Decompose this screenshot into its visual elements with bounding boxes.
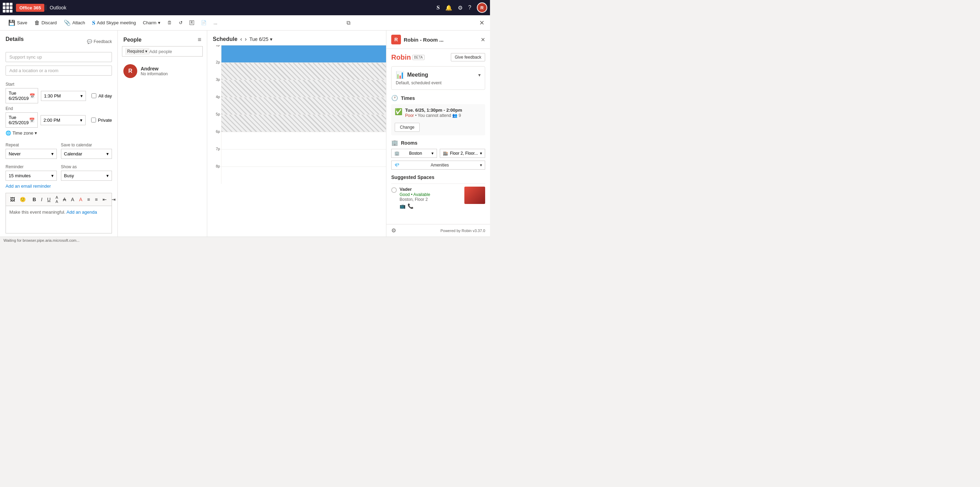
attach-button[interactable]: 📎 Attach [61,18,88,27]
bold-btn[interactable]: B [31,196,37,203]
vader-available: Available [414,192,430,197]
reminder-chevron: ▾ [51,173,54,178]
italic-btn[interactable]: I [40,196,44,203]
schedule-col-8p [221,167,386,184]
charm-button[interactable]: Charm ▾ [140,19,163,27]
start-time-value: 1:30 PM [44,93,60,99]
give-feedback-button[interactable]: Give feedback [451,53,485,61]
indent-btn[interactable]: ⇤ [101,196,108,203]
editor-body[interactable]: Make this event meaningful. Add an agend… [6,206,112,233]
reminder-group: Reminder 15 minutes ▾ [6,162,57,181]
timezone-row[interactable]: 🌐 Time zone ▾ [6,131,112,136]
gear-icon[interactable]: ⚙ [391,227,396,234]
allday-label: All day [99,93,112,99]
end-date-input[interactable]: Tue 6/25/2019 📅 [6,112,38,128]
icon-btn-3[interactable]: 🅁 [187,19,197,27]
vader-dot: • [411,192,414,197]
showas-label: Show as [61,164,112,169]
nav-right: 𝐒 🔔 ⚙ ? R [437,2,487,13]
main-layout: Details 💬 Feedback Start Tue 6/25/2019 📅… [0,30,490,236]
number-list-btn[interactable]: ≡ [94,196,99,203]
office-badge: Office 365 [16,4,45,12]
people-title: People [123,37,142,43]
end-time-select[interactable]: 2:00 PM ▾ [41,115,86,125]
underline-btn[interactable]: U [46,196,52,203]
outdent-btn[interactable]: ⇥ [110,196,117,203]
change-button[interactable]: Change [395,123,420,132]
add-reminder-link[interactable]: Add an email reminder [6,184,112,189]
time-slot-7p: 7p [221,149,386,166]
reminder-select[interactable]: 15 minutes ▾ [6,171,57,181]
allday-checkbox[interactable] [91,93,96,98]
meeting-icon: 📊 [396,71,404,79]
calendar-select[interactable]: Calendar ▾ [61,149,112,159]
icon-4: 📄 [201,20,207,26]
time-slot-2p: 2p [221,62,386,80]
editor-toolbar: 🖼 🙂 B I U A A A A A ≡ ≡ ⇤ ⇥ ▾ [6,193,112,206]
required-badge[interactable]: Required ▾ [125,48,150,55]
app-grid-icon[interactable] [3,3,13,13]
emoji-btn[interactable]: 🙂 [18,196,27,203]
next-arrow[interactable]: › [245,36,247,42]
app-name: Outlook [46,5,66,10]
floor-select[interactable]: 🏬 Floor 2, Floor... ▾ [440,149,485,158]
start-date-input[interactable]: Tue 6/25/2019 📅 [6,88,38,103]
icon-btn-1[interactable]: 🗓 [165,19,175,27]
font-size-btn[interactable]: A A [54,195,59,204]
discard-button[interactable]: 🗑 Discard [32,18,60,27]
attendees-icon: 👥 [452,113,458,118]
people-list-icon[interactable]: ≡ [197,36,201,43]
highlight-btn[interactable]: A [70,196,76,203]
feedback-label: Feedback [94,39,112,44]
image-btn[interactable]: 🖼 [9,196,16,203]
icon-btn-2[interactable]: ↺ [176,19,185,27]
bullet-list-btn[interactable]: ≡ [86,196,91,203]
building-icon-2: 🏢 [395,151,399,156]
time-slot-1p: 1p [221,45,386,62]
vader-radio[interactable] [391,187,397,193]
add-agenda-link[interactable]: Add an agenda [67,209,97,215]
repeat-select[interactable]: Never ▾ [6,149,57,159]
more-button[interactable]: ... [211,19,220,27]
time-label-5p: 5p [208,112,220,116]
subject-input[interactable] [6,52,112,62]
end-time-value: 2:00 PM [44,118,60,123]
robin-footer: ⚙ Powered by Robin v3.37.0 [387,224,490,236]
schedule-col-6p [221,132,386,149]
floor-chevron: ▾ [480,151,482,156]
monitor-icon: 📺 [399,203,406,209]
icon-2: ↺ [179,20,183,26]
strikethrough-btn[interactable]: A [61,196,67,203]
font-color-btn[interactable]: A [78,196,84,203]
meeting-chevron[interactable]: ▾ [478,72,480,78]
end-label: End [6,106,112,111]
prev-arrow[interactable]: ‹ [240,36,242,42]
settings-icon[interactable]: ⚙ [458,5,463,11]
skype-meeting-button[interactable]: 𝐒 Add Skype meeting [89,18,139,27]
meeting-card: 📊 Meeting ▾ Default, scheduled event [391,66,485,90]
amenities-icon: 💎 [395,163,399,168]
robin-title: R Robin - Room ... [391,35,444,45]
bell-icon[interactable]: 🔔 [445,5,452,11]
boston-select[interactable]: 🏢 Boston ▾ [391,149,437,158]
user-avatar[interactable]: R [477,2,487,13]
save-button[interactable]: 💾 Save [6,18,30,27]
showas-select[interactable]: Busy ▾ [61,171,112,181]
icon-btn-4[interactable]: 📄 [198,19,209,27]
close-icon[interactable]: ✕ [479,19,484,27]
showas-group: Show as Busy ▾ [61,162,112,181]
skype-icon[interactable]: 𝐒 [437,5,440,11]
help-icon[interactable]: ? [468,5,471,11]
vader-thumbnail[interactable] [465,187,485,204]
copy-icon[interactable]: ⧉ [347,20,350,26]
repeat-chevron: ▾ [51,151,54,156]
private-checkbox[interactable] [91,118,96,123]
start-time-select[interactable]: 1:30 PM ▾ [41,91,86,101]
robin-body: Robin BETA Give feedback 📊 Meeting ▾ Def… [387,49,490,224]
feedback-link[interactable]: 💬 Feedback [87,39,112,44]
add-people-input[interactable] [150,49,208,54]
amenities-row[interactable]: 💎 Amenities ▾ [391,161,485,169]
robin-close-button[interactable]: ✕ [480,37,485,43]
date-chevron[interactable]: ▾ [270,37,272,42]
location-input[interactable] [6,65,112,76]
